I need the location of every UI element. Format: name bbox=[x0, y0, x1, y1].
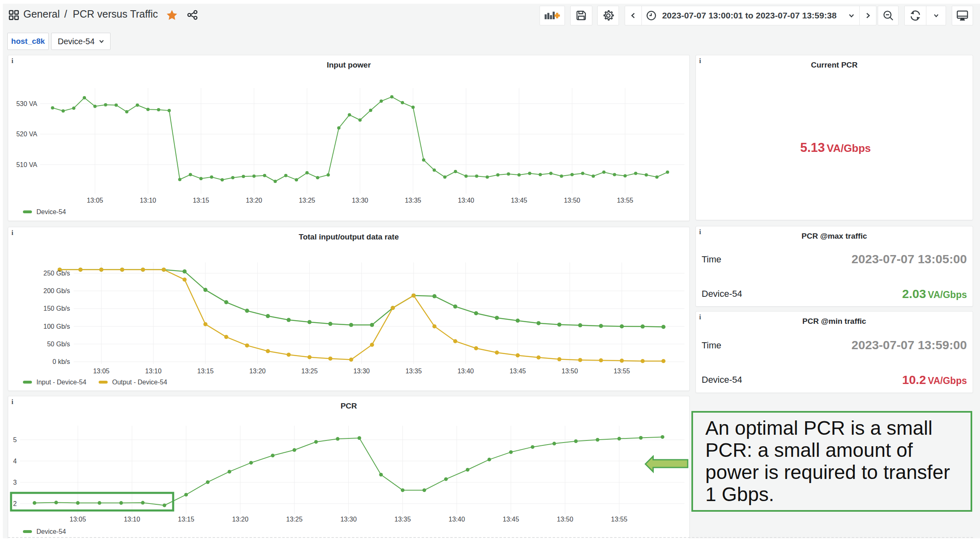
svg-text:13:50: 13:50 bbox=[557, 516, 573, 523]
svg-text:13:05: 13:05 bbox=[93, 368, 109, 375]
svg-text:13:15: 13:15 bbox=[193, 197, 209, 204]
svg-text:13:40: 13:40 bbox=[449, 516, 465, 523]
svg-text:530 VA: 530 VA bbox=[16, 100, 38, 107]
svg-text:13:05: 13:05 bbox=[87, 197, 103, 204]
svg-text:13:40: 13:40 bbox=[458, 197, 474, 204]
svg-text:Device-54: Device-54 bbox=[36, 528, 66, 535]
svg-text:13:35: 13:35 bbox=[405, 197, 421, 204]
svg-text:13:25: 13:25 bbox=[301, 368, 318, 375]
svg-text:13:55: 13:55 bbox=[614, 368, 630, 375]
svg-text:13:15: 13:15 bbox=[178, 516, 194, 523]
svg-text:13:50: 13:50 bbox=[562, 368, 578, 375]
svg-text:13:10: 13:10 bbox=[140, 197, 156, 204]
svg-text:100 Gb/s: 100 Gb/s bbox=[43, 323, 70, 330]
svg-text:13:10: 13:10 bbox=[124, 516, 140, 523]
svg-text:13:25: 13:25 bbox=[286, 516, 303, 523]
svg-text:13:20: 13:20 bbox=[246, 197, 262, 204]
svg-text:4: 4 bbox=[13, 458, 17, 465]
svg-text:3: 3 bbox=[13, 479, 17, 486]
svg-text:2: 2 bbox=[13, 500, 17, 507]
svg-text:13:20: 13:20 bbox=[249, 368, 266, 375]
svg-text:0 kb/s: 0 kb/s bbox=[52, 358, 70, 365]
svg-text:13:10: 13:10 bbox=[145, 368, 162, 375]
svg-text:13:20: 13:20 bbox=[232, 516, 248, 523]
svg-text:Output - Device-54: Output - Device-54 bbox=[112, 379, 167, 386]
svg-text:13:50: 13:50 bbox=[564, 197, 580, 204]
svg-text:13:45: 13:45 bbox=[511, 197, 527, 204]
svg-text:250 Gb/s: 250 Gb/s bbox=[43, 270, 70, 277]
svg-text:200 Gb/s: 200 Gb/s bbox=[43, 287, 70, 294]
svg-text:13:25: 13:25 bbox=[299, 197, 315, 204]
svg-text:13:05: 13:05 bbox=[70, 516, 86, 523]
svg-text:13:15: 13:15 bbox=[197, 368, 214, 375]
svg-text:13:40: 13:40 bbox=[457, 368, 474, 375]
svg-text:13:30: 13:30 bbox=[340, 516, 357, 523]
svg-text:150 Gb/s: 150 Gb/s bbox=[43, 305, 70, 312]
svg-text:13:30: 13:30 bbox=[352, 197, 368, 204]
svg-text:520 VA: 520 VA bbox=[16, 131, 38, 138]
svg-text:5: 5 bbox=[13, 436, 17, 443]
svg-text:Input - Device-54: Input - Device-54 bbox=[36, 379, 86, 386]
svg-text:50 Gb/s: 50 Gb/s bbox=[47, 341, 70, 348]
svg-text:510 VA: 510 VA bbox=[16, 161, 38, 168]
svg-text:13:45: 13:45 bbox=[503, 516, 519, 523]
svg-text:13:45: 13:45 bbox=[510, 368, 526, 375]
svg-text:13:35: 13:35 bbox=[405, 368, 422, 375]
svg-text:13:35: 13:35 bbox=[395, 516, 411, 523]
svg-text:13:55: 13:55 bbox=[611, 516, 628, 523]
svg-text:Device-54: Device-54 bbox=[36, 208, 66, 215]
svg-text:13:30: 13:30 bbox=[353, 368, 370, 375]
svg-text:13:55: 13:55 bbox=[617, 197, 633, 204]
